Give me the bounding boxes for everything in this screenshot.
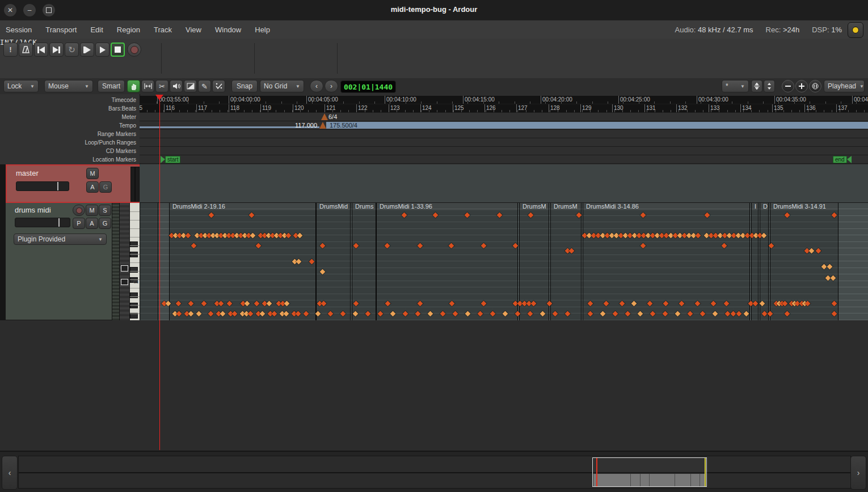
menu-help[interactable]: Help	[255, 26, 270, 34]
menu-transport[interactable]: Transport	[45, 26, 77, 34]
meter-marker-label[interactable]: 6/4	[328, 113, 337, 120]
black-key[interactable]	[130, 241, 138, 247]
patch-selector-dropdown[interactable]: Plugin Provided▼	[14, 234, 107, 245]
nudge-forward-button[interactable]: ›	[325, 80, 338, 92]
nudge-clock[interactable]: 002|01|1440	[340, 80, 396, 93]
error-log-button[interactable]	[848, 22, 863, 38]
master-gain-fader[interactable]	[16, 181, 69, 191]
midi-region[interactable]	[140, 203, 158, 320]
playhead-line[interactable]	[159, 95, 160, 450]
tool-timefx-button[interactable]	[184, 80, 197, 92]
bars-beats-ruler[interactable]: 1151161171181191201211221231241251261271…	[140, 104, 868, 113]
midi-region-drumsmidi-1-33-96[interactable]: DrumsMidi 1-33.96	[376, 203, 518, 320]
menu-track[interactable]: Track	[154, 26, 172, 34]
loop-punch-ruler[interactable]	[140, 138, 868, 147]
location-markers-ruler[interactable]: startend	[140, 155, 868, 164]
timecode-ruler[interactable]: 00:03:55:0000:04:00:0000:04:05:0000:04:1…	[140, 96, 868, 104]
tempo-value-before[interactable]: 117.000	[295, 122, 317, 129]
summary-panel[interactable]	[18, 456, 851, 489]
location-marker-start[interactable]: start	[161, 156, 180, 163]
menu-window[interactable]: Window	[215, 26, 241, 34]
edit-point-dropdown[interactable]: Lock▼	[3, 80, 39, 92]
tempo-value-after[interactable]: 175.500/4	[330, 122, 357, 129]
drums-track-canvas[interactable]: DrumsMidi 2-19.16DrumsMidDrumsDrumsMidi …	[140, 203, 868, 320]
master-track-name[interactable]: master	[16, 169, 39, 177]
drums-midi-track-header[interactable]: drums midi M S P A G Plugin Provided▼	[6, 203, 112, 320]
nudge-back-button[interactable]: ‹	[310, 80, 323, 92]
midi-scroomer[interactable]	[119, 203, 129, 320]
tool-draw-button[interactable]: ✎	[198, 80, 211, 92]
master-track-header[interactable]: master M A G	[6, 164, 140, 203]
drums-group-button[interactable]: G	[99, 218, 111, 229]
master-mute-button[interactable]: M	[86, 168, 99, 179]
drums-solo-button[interactable]: S	[99, 205, 111, 216]
drums-automation-button[interactable]: A	[86, 218, 98, 229]
tool-audition-button[interactable]	[170, 80, 183, 92]
drums-gain-fader[interactable]	[15, 218, 70, 227]
record-button[interactable]	[127, 43, 141, 57]
black-key[interactable]	[130, 267, 138, 273]
drums-mute-button[interactable]: M	[86, 205, 98, 216]
play-range-button[interactable]	[80, 43, 94, 57]
ruler-label-cd-markers: CD Markers	[106, 147, 136, 155]
summary-view-rectangle[interactable]	[592, 457, 707, 487]
timecode-tick-label: 00:04:00:00	[230, 96, 260, 103]
menu-edit[interactable]: Edit	[90, 26, 103, 34]
drums-playlist-button[interactable]: P	[73, 218, 85, 229]
black-key[interactable]	[130, 252, 138, 257]
meter-marker-icon[interactable]	[321, 113, 328, 120]
menu-view[interactable]: View	[186, 26, 201, 34]
tempo-line-before	[140, 126, 319, 128]
piano-keyboard[interactable]: C3C2	[129, 203, 140, 320]
grid-type-dropdown[interactable]: No Grid▼	[260, 80, 304, 92]
location-marker-end[interactable]: end	[833, 156, 852, 163]
white-key-separator	[130, 262, 140, 263]
meter-ruler[interactable]: 6/4	[140, 113, 868, 121]
tool-cut-button[interactable]: ✂	[155, 80, 168, 92]
fader-handle[interactable]	[57, 182, 58, 190]
menu-session[interactable]: Session	[6, 26, 32, 34]
stop-button[interactable]	[111, 43, 125, 57]
menu-region[interactable]: Region	[117, 26, 140, 34]
editor-empty-canvas[interactable]	[0, 320, 868, 451]
summary-scroll-right-button[interactable]: ›	[850, 456, 866, 490]
zoom-to-session-button[interactable]	[809, 80, 821, 92]
zoom-out-button[interactable]	[782, 80, 794, 92]
snap-mode-button[interactable]: Snap	[231, 80, 258, 92]
summary-scroll-left-button[interactable]: ‹	[2, 456, 18, 490]
fit-vertical-button[interactable]	[751, 80, 762, 92]
tool-range-button[interactable]	[141, 80, 154, 92]
master-group-button[interactable]: G	[99, 181, 112, 193]
tempo-ruler[interactable]: 117.000175.500/4	[140, 121, 868, 130]
range-markers-ruler[interactable]	[140, 130, 868, 138]
expand-tracks-button[interactable]	[764, 80, 775, 92]
fader-handle[interactable]	[58, 218, 60, 227]
mouse-mode-dropdown[interactable]: Mouse▼	[44, 80, 93, 92]
scroomer-handle-top[interactable]	[121, 265, 128, 272]
goto-start-button[interactable]	[34, 43, 48, 57]
tool-edit-contents-button[interactable]	[212, 80, 225, 92]
zoom-focus-dropdown[interactable]: Playhead▼	[824, 80, 865, 92]
playhead-marker-icon[interactable]	[155, 95, 163, 100]
play-button[interactable]	[95, 43, 109, 57]
loop-button[interactable]: ↻	[65, 43, 79, 57]
master-automation-button[interactable]: A	[86, 181, 99, 193]
midi-region-drumsm[interactable]: DrumsM	[550, 203, 582, 320]
metronome-button[interactable]	[19, 43, 33, 57]
goto-end-button[interactable]	[49, 43, 64, 57]
zoom-preset-dropdown[interactable]: *▼	[722, 80, 749, 92]
smart-mode-button[interactable]: Smart	[98, 80, 125, 92]
drums-track-name[interactable]: drums midi	[15, 206, 51, 214]
cd-markers-ruler[interactable]	[140, 147, 868, 155]
bar-tick	[516, 104, 517, 112]
black-key[interactable]	[130, 292, 138, 298]
tempo-marker-icon[interactable]	[319, 122, 326, 129]
master-track-canvas[interactable]	[140, 164, 868, 203]
scroomer-handle-bottom[interactable]	[121, 279, 128, 285]
zoom-in-button[interactable]	[795, 80, 808, 92]
goto-end-icon	[53, 46, 58, 53]
drums-recarm-button[interactable]	[73, 205, 85, 216]
midi-panic-button[interactable]: !	[3, 43, 18, 57]
black-key[interactable]	[130, 303, 138, 308]
tool-grab-button[interactable]	[127, 80, 140, 92]
